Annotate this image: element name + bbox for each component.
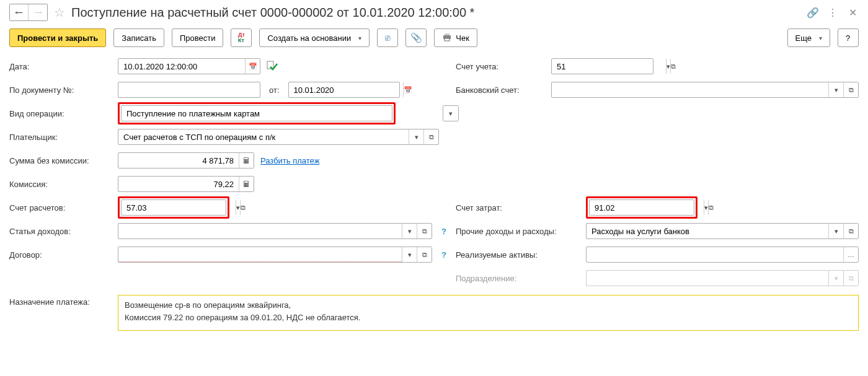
open-icon[interactable]: ⧉ <box>843 224 858 238</box>
chevron-down-icon[interactable]: ▾ <box>443 106 458 121</box>
platelshchik-input[interactable] <box>118 129 409 144</box>
podrazdelenie-input <box>587 271 828 286</box>
razbit-platezh-link[interactable]: Разбить платеж <box>260 156 319 165</box>
dogovor-input[interactable] <box>118 247 402 262</box>
help-hint-icon[interactable]: ? <box>438 225 450 237</box>
statya-dohodov-input[interactable] <box>118 224 402 238</box>
help-button[interactable]: ? <box>838 28 859 47</box>
calculator-icon[interactable]: 🖩 <box>239 153 254 168</box>
bankovskiy-schet-input[interactable] <box>552 82 828 97</box>
open-icon[interactable]: ⧉ <box>417 247 432 262</box>
schet-raschetov-group: ▾ ⧉ <box>121 199 226 216</box>
statya-dohodov-group: ▾ ⧉ <box>118 223 432 239</box>
komissiya-input[interactable] <box>118 177 239 191</box>
prochie-dohody-input[interactable] <box>587 224 828 238</box>
more-icon[interactable]: … <box>843 247 858 262</box>
schet-ucheta-group: ▾ ⧉ <box>551 58 653 74</box>
label-data: Дата: <box>9 62 112 71</box>
open-icon: ⧉ <box>843 271 858 286</box>
data-input-group: 📅 <box>118 58 260 74</box>
platelshchik-group: ▾ ⧉ <box>118 129 439 145</box>
schet-zatrat-group: ▾ ⧉ <box>589 199 694 216</box>
open-icon[interactable]: ⧉ <box>843 82 858 97</box>
komissiya-group: 🖩 <box>118 176 254 192</box>
chevron-down-icon[interactable]: ▾ <box>704 200 708 215</box>
arrow-left-icon: 🡐 <box>15 8 23 17</box>
chevron-down-icon[interactable]: ▾ <box>402 224 417 238</box>
po-dokumentu-input-group <box>118 82 260 98</box>
naznachenie-line: Возмещение ср-в по операциям эквайринга, <box>125 299 852 312</box>
naznachenie-line: Комиссия 79.22 по операциям за 09.01.20,… <box>125 312 852 324</box>
label-dogovor: Договор: <box>9 250 112 260</box>
label-komissiya: Комиссия: <box>9 180 112 189</box>
podrazdelenie-group: ▾ ⧉ <box>586 270 859 286</box>
calendar-icon[interactable]: 📅 <box>403 82 412 97</box>
label-realizuemye-aktivy: Реализуемые активы: <box>456 250 580 260</box>
data-input[interactable] <box>118 59 245 74</box>
calculator-icon[interactable]: 🖩 <box>239 177 254 191</box>
link-icon[interactable]: 🔗 <box>807 6 819 19</box>
nav-arrows: 🡐 🡒 <box>9 4 48 21</box>
calendar-icon[interactable]: 📅 <box>245 59 260 74</box>
summa-bez-komissii-group: 🖩 <box>118 152 254 168</box>
label-ot: от: <box>267 85 282 95</box>
label-schet-ucheta: Счет учета: <box>456 62 545 71</box>
label-naznachenie: Назначение платежа: <box>9 295 112 307</box>
ot-date-group: 📅 <box>288 82 400 98</box>
dogovor-group: ▾ ⧉ <box>118 247 432 263</box>
nav-forward-button[interactable]: 🡒 <box>29 4 47 20</box>
provesti-i-zakryt-button[interactable]: Провести и закрыть <box>9 28 106 47</box>
window-title: Поступление на расчетный счет 0000-00000… <box>71 6 802 20</box>
schet-raschetov-input[interactable] <box>122 200 236 215</box>
chevron-down-icon[interactable]: ▾ <box>666 59 670 74</box>
open-icon[interactable]: ⧉ <box>708 200 714 215</box>
help-hint-icon[interactable]: ? <box>438 249 450 260</box>
open-icon[interactable]: ⧉ <box>417 224 432 238</box>
chevron-down-icon[interactable]: ▾ <box>409 129 423 144</box>
provesti-button[interactable]: Провести <box>172 28 224 47</box>
sozdat-na-osnovanii-button[interactable]: Создать на основании <box>259 28 370 47</box>
label-bankovskiy-schet: Банковский счет: <box>456 85 545 95</box>
dtkt-button[interactable]: ДтКт <box>231 28 252 47</box>
open-icon[interactable]: ⧉ <box>240 200 246 215</box>
label-platelshchik: Плательщик: <box>9 133 112 142</box>
realizuemye-aktivy-group: … <box>586 247 859 263</box>
zapisat-button[interactable]: Записать <box>113 28 164 47</box>
po-dokumentu-input[interactable] <box>118 82 260 97</box>
paperclip-icon: 📎 <box>410 32 422 43</box>
status-check-icon[interactable] <box>267 61 278 72</box>
close-icon[interactable]: ✕ <box>846 6 859 19</box>
bankovskiy-schet-group: ▾ ⧉ <box>551 82 859 98</box>
chevron-down-icon[interactable]: ▾ <box>828 224 843 238</box>
open-icon[interactable]: ⧉ <box>423 129 438 144</box>
chevron-down-icon[interactable]: ▾ <box>236 200 240 215</box>
highlight-schet-zatrat: ▾ ⧉ <box>586 196 698 219</box>
dtkt-icon: ДтКт <box>238 32 245 43</box>
favorite-star-icon[interactable]: ☆ <box>53 6 66 19</box>
chevron-down-icon[interactable]: ▾ <box>828 82 843 97</box>
highlight-vid-operacii <box>118 102 396 125</box>
ot-date-input[interactable] <box>289 82 403 97</box>
chevron-down-icon[interactable]: ▾ <box>402 247 417 262</box>
kebab-menu-icon[interactable]: ⋮ <box>826 6 839 19</box>
structure-icon: ⎚ <box>385 33 390 43</box>
chek-button[interactable]: Чек <box>434 28 477 47</box>
nav-back-button[interactable]: 🡐 <box>10 4 29 20</box>
schet-zatrat-input[interactable] <box>590 200 704 215</box>
vid-operacii-input[interactable] <box>122 106 392 121</box>
attachment-button[interactable]: 📎 <box>405 28 427 47</box>
structure-button[interactable]: ⎚ <box>377 28 398 47</box>
open-icon[interactable]: ⧉ <box>670 59 676 74</box>
label-statya-dohodov: Статья доходов: <box>9 227 112 236</box>
svg-rect-1 <box>445 33 450 35</box>
vid-operacii-group <box>121 105 392 121</box>
svg-rect-2 <box>445 38 450 41</box>
vid-operacii-dropdown: ▾ <box>443 105 459 121</box>
highlight-schet-raschetov: ▾ ⧉ <box>118 196 229 219</box>
naznachenie-textarea[interactable]: Возмещение ср-в по операциям эквайринга,… <box>118 295 859 331</box>
summa-bez-komissii-input[interactable] <box>118 153 239 168</box>
schet-ucheta-input[interactable] <box>552 59 666 74</box>
label-prochie-dohody: Прочие доходы и расходы: <box>456 227 580 236</box>
eshche-button[interactable]: Еще <box>787 28 830 47</box>
realizuemye-aktivy-input[interactable] <box>587 247 843 262</box>
